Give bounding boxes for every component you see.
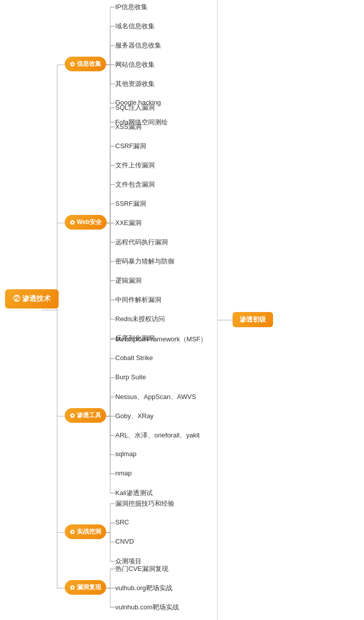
leaf-CNVD: CNVD: [115, 538, 134, 545]
star-icon: ✿: [70, 584, 75, 591]
leaf-服务器信息收集: 服务器信息收集: [115, 41, 161, 50]
leaf-文件上传漏洞: 文件上传漏洞: [115, 161, 155, 170]
category-tools: ✿渗透工具: [65, 408, 106, 423]
right-label: 渗透初级: [233, 312, 273, 327]
star-icon: ✿: [70, 528, 75, 536]
leaf-网站信息收集: 网站信息收集: [115, 60, 155, 69]
leaf-vulhub.org靶场实战: vulhub.org靶场实战: [115, 584, 172, 593]
leaf-漏洞挖掘技巧和经验: 漏洞挖掘技巧和经验: [115, 499, 174, 508]
leaf-SRC: SRC: [115, 518, 129, 526]
leaf-ARL、水泽、oneforall、yakit: ARL、水泽、oneforall、yakit: [115, 431, 200, 440]
leaf-Nessus、AppScan、AWVS: Nessus、AppScan、AWVS: [115, 392, 196, 402]
leaf-vulnhub.com靶场实战: vulnhub.com靶场实战: [115, 603, 179, 612]
leaf-Redis未授权访问: Redis未授权访问: [115, 315, 165, 324]
leaf-SSRF漏洞: SSRF漏洞: [115, 199, 146, 208]
category-label: 渗透工具: [77, 411, 101, 420]
leaf-BurpSuite: Burp Suite: [115, 373, 146, 381]
leaf-域名信息收集: 域名信息收集: [115, 22, 155, 31]
leaf-远程代码执行漏洞: 远程代码执行漏洞: [115, 238, 168, 247]
category-realworld: ✿实战挖洞: [65, 524, 106, 539]
category-label: Web安全: [77, 218, 102, 227]
category-label: 信息收集: [77, 60, 101, 68]
leaf-MetasploitFramework（MSF）: Metasploit Framework（MSF）: [115, 335, 207, 344]
category-info: ✿信息收集: [65, 57, 106, 71]
leaf-nmap: nmap: [115, 469, 132, 477]
leaf-Goby、XRay: Goby、XRay: [115, 412, 154, 421]
category-web: ✿Web安全: [65, 215, 107, 230]
leaf-Kali渗透测试: Kali渗透测试: [115, 489, 153, 498]
leaf-XSS漏洞: XSS漏洞: [115, 122, 142, 131]
leaf-热门CVE漏洞复现: 热门CVE漏洞复现: [115, 564, 168, 573]
leaf-其他资源收集: 其他资源收集: [115, 79, 155, 88]
leaf-XXE漏洞: XXE漏洞: [115, 218, 142, 228]
category-label: 实战挖洞: [77, 527, 101, 536]
star-icon: ✿: [70, 61, 75, 68]
leaf-CobaltStrike: Cobalt Strike: [115, 354, 153, 362]
leaf-CSRF漏洞: CSRF漏洞: [115, 142, 146, 151]
leaf-sqlmap: sqlmap: [115, 450, 136, 458]
category-label: 漏洞复现: [77, 583, 101, 592]
leaf-中间件解析漏洞: 中间件解析漏洞: [115, 295, 161, 304]
star-icon: ✿: [70, 412, 75, 419]
leaf-SQL注入漏洞: SQL注入漏洞: [115, 103, 155, 112]
leaf-IP信息收集: IP信息收集: [115, 3, 148, 12]
leaf-文件包含漏洞: 文件包含漏洞: [115, 180, 155, 189]
leaf-密码暴力猜解与防御: 密码暴力猜解与防御: [115, 257, 174, 266]
root-node: ② 渗透技术: [5, 289, 59, 308]
leaf-逻辑漏洞: 逻辑漏洞: [115, 276, 142, 285]
star-icon: ✿: [70, 219, 75, 226]
category-reproduce: ✿漏洞复现: [65, 580, 106, 595]
